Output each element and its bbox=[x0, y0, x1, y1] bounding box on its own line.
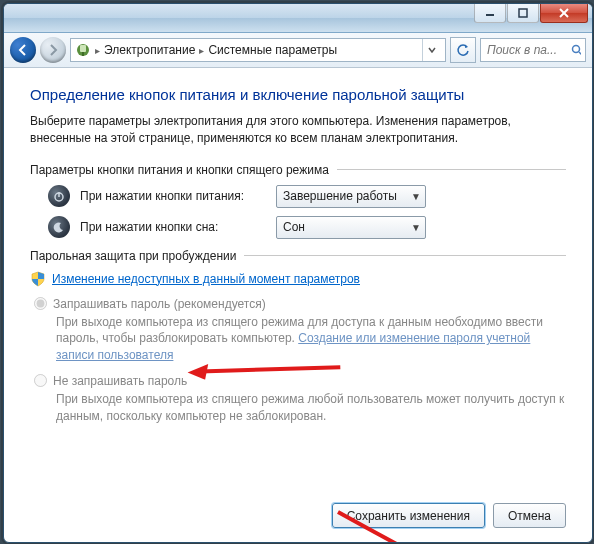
no-password-radio bbox=[34, 374, 47, 387]
breadcrumb-chevron-icon: ▸ bbox=[199, 45, 204, 56]
svg-rect-5 bbox=[80, 45, 86, 52]
svg-line-8 bbox=[579, 52, 581, 55]
refresh-button[interactable] bbox=[450, 37, 476, 63]
change-unavailable-settings-link[interactable]: Изменение недоступных в данный момент па… bbox=[52, 272, 360, 286]
address-bar[interactable]: ▸ Электропитание ▸ Системные параметры bbox=[70, 38, 446, 62]
power-button-label: При нажатии кнопки питания: bbox=[80, 189, 266, 203]
require-password-label: Запрашивать пароль (рекомендуется) bbox=[53, 297, 266, 311]
minimize-icon bbox=[485, 8, 495, 18]
page-subtitle: Выберите параметры электропитания для эт… bbox=[30, 113, 566, 147]
breadcrumb-item[interactable]: Электропитание bbox=[104, 43, 195, 57]
maximize-button[interactable] bbox=[507, 4, 539, 23]
chevron-down-icon: ▼ bbox=[411, 222, 421, 233]
search-input[interactable] bbox=[485, 42, 568, 58]
breadcrumb-chevron-icon: ▸ bbox=[95, 45, 100, 56]
breadcrumb-item[interactable]: Системные параметры bbox=[208, 43, 337, 57]
window-titlebar bbox=[4, 4, 592, 33]
refresh-icon bbox=[456, 43, 470, 57]
change-unavailable-settings-row: Изменение недоступных в данный момент па… bbox=[30, 271, 566, 287]
save-button[interactable]: Сохранить изменения bbox=[332, 503, 485, 528]
moon-icon bbox=[48, 216, 70, 238]
svg-rect-1 bbox=[519, 9, 527, 17]
arrow-left-icon bbox=[16, 43, 30, 57]
address-dropdown-button[interactable] bbox=[422, 39, 441, 61]
require-password-radio bbox=[34, 297, 47, 310]
uac-shield-icon bbox=[30, 271, 46, 287]
close-button[interactable] bbox=[540, 4, 588, 23]
power-button-setting-row: При нажатии кнопки питания: Завершение р… bbox=[48, 185, 566, 208]
power-button-action-dropdown[interactable]: Завершение работы ▼ bbox=[276, 185, 426, 208]
svg-point-7 bbox=[573, 46, 580, 53]
content-area: Определение кнопок питания и включение п… bbox=[4, 68, 592, 542]
sleep-button-action-dropdown[interactable]: Сон ▼ bbox=[276, 216, 426, 239]
page-title: Определение кнопок питания и включение п… bbox=[30, 86, 566, 103]
cancel-button[interactable]: Отмена bbox=[493, 503, 566, 528]
section-header-password: Парольная защита при пробуждении bbox=[30, 249, 566, 263]
search-icon bbox=[571, 44, 581, 56]
control-panel-window: ▸ Электропитание ▸ Системные параметры О… bbox=[3, 3, 593, 543]
no-password-label: Не запрашивать пароль bbox=[53, 374, 187, 388]
back-button[interactable] bbox=[10, 37, 36, 63]
section-header-power-buttons: Параметры кнопки питания и кнопки спящег… bbox=[30, 163, 566, 177]
no-password-description: При выходе компьютера из спящего режима … bbox=[56, 391, 566, 425]
no-password-option: Не запрашивать пароль При выходе компьют… bbox=[34, 374, 566, 425]
maximize-icon bbox=[518, 8, 528, 18]
navigation-bar: ▸ Электропитание ▸ Системные параметры bbox=[4, 33, 592, 68]
close-icon bbox=[558, 8, 570, 18]
chevron-down-icon: ▼ bbox=[411, 191, 421, 202]
minimize-button[interactable] bbox=[474, 4, 506, 23]
require-password-option: Запрашивать пароль (рекомендуется) При в… bbox=[34, 297, 566, 364]
sleep-button-setting-row: При нажатии кнопки сна: Сон ▼ bbox=[48, 216, 566, 239]
power-icon bbox=[48, 185, 70, 207]
forward-button[interactable] bbox=[40, 37, 66, 63]
dialog-button-row: Сохранить изменения Отмена bbox=[332, 503, 566, 528]
chevron-down-icon bbox=[428, 46, 436, 54]
require-password-description: При выходе компьютера из спящего режима … bbox=[56, 314, 566, 364]
arrow-right-icon bbox=[46, 43, 60, 57]
search-box[interactable] bbox=[480, 38, 586, 62]
sleep-button-label: При нажатии кнопки сна: bbox=[80, 220, 266, 234]
power-options-icon bbox=[75, 42, 91, 58]
